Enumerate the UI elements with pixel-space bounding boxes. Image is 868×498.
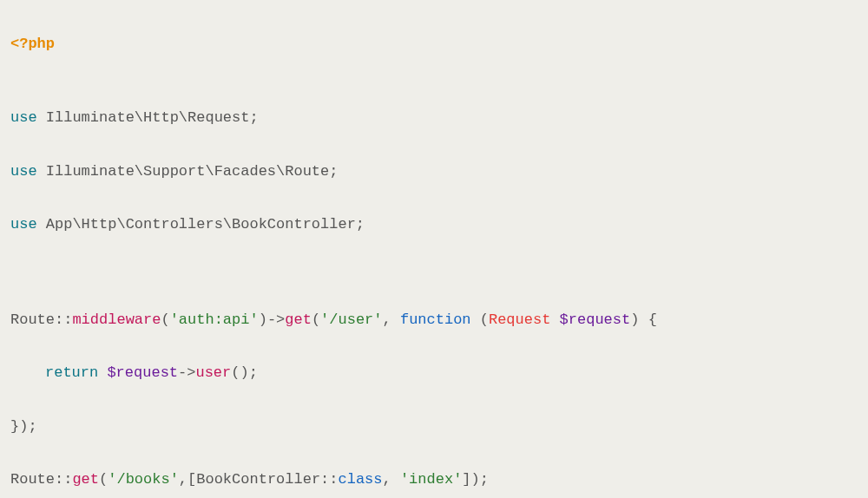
arrow: -> — [178, 364, 195, 381]
use-path: Illuminate\Support\Facades\Route; — [37, 163, 339, 180]
comma-bracket: ,[ — [179, 471, 196, 488]
use-path: Illuminate\Http\Request; — [37, 109, 259, 126]
code-line-4: use Illuminate\Support\Facades\Route; — [3, 155, 865, 188]
comma: , — [383, 471, 400, 488]
code-line-10: }); — [3, 410, 865, 443]
paren: ) — [630, 311, 639, 328]
use-path: App\Http\Controllers\BookController; — [37, 216, 365, 233]
method-user: user — [195, 364, 231, 381]
return-keyword: return — [45, 364, 98, 381]
paren: ( — [480, 311, 489, 328]
double-colon: :: — [55, 311, 72, 328]
string-user: '/user' — [320, 311, 382, 328]
route-class: Route — [10, 311, 55, 328]
use-keyword: use — [10, 163, 37, 180]
double-colon: :: — [320, 471, 338, 488]
code-line-5: use App\Http\Controllers\BookController; — [3, 208, 865, 241]
route-class: Route — [10, 471, 55, 488]
code-line-1: <?php — [3, 28, 865, 61]
use-keyword: use — [10, 216, 37, 233]
string-auth: 'auth:api' — [170, 311, 259, 328]
arrow: -> — [267, 311, 285, 328]
string-action: 'index' — [400, 471, 462, 488]
method-get: get — [285, 311, 312, 328]
code-line-8: Route::middleware('auth:api')->get('/use… — [3, 304, 865, 337]
method-get: get — [72, 471, 99, 488]
method-middleware: middleware — [72, 311, 161, 328]
function-keyword: function — [400, 311, 471, 328]
code-line-3: use Illuminate\Http\Request; — [3, 102, 865, 134]
double-colon: :: — [55, 471, 72, 488]
php-open-tag: <?php — [10, 36, 55, 52]
paren: ) — [259, 311, 267, 328]
var-request: $request — [107, 364, 178, 381]
parens: (); — [231, 364, 258, 381]
var-request: $request — [560, 311, 631, 328]
code-block: <?php use Illuminate\Http\Request; use I… — [3, 7, 865, 498]
type-request: Request — [489, 311, 550, 328]
comma: , — [383, 311, 400, 328]
code-line-11: Route::get('/books',[BookController::cla… — [3, 463, 865, 496]
paren: ( — [99, 471, 108, 488]
code-line-9: return $request->user(); — [3, 357, 865, 390]
brace: { — [648, 311, 657, 328]
use-keyword: use — [10, 109, 37, 126]
class-keyword: class — [339, 471, 383, 488]
paren: ( — [161, 311, 169, 328]
closing: ]); — [462, 471, 489, 488]
string-path: '/books' — [108, 471, 179, 488]
controller: BookController — [196, 471, 320, 488]
paren: ( — [312, 311, 320, 328]
closing: }); — [10, 418, 37, 435]
